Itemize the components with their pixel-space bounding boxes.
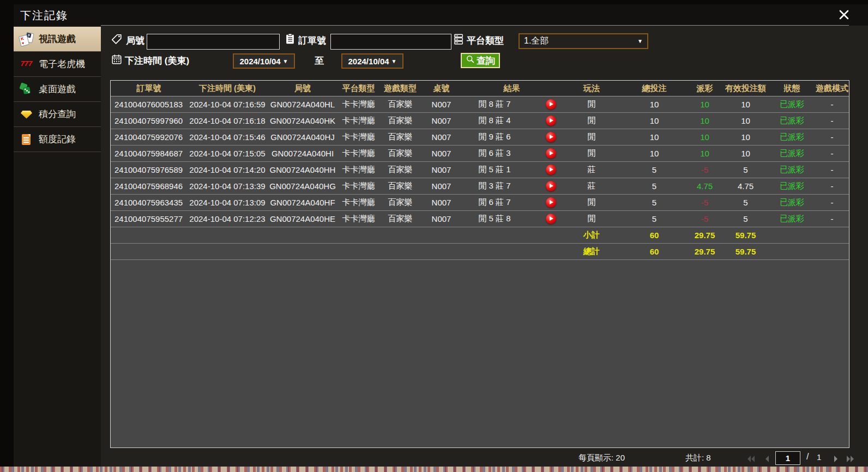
cell-status: 已派彩 xyxy=(769,116,815,126)
cell-table-no: N007 xyxy=(421,181,462,191)
search-icon xyxy=(466,55,475,66)
table-row: 241004075968946 2024-10-04 07:13:39 GN00… xyxy=(111,178,849,195)
date-to-value: 2024/10/04 xyxy=(348,57,389,66)
cell-bet-time: 2024-10-04 07:12:23 xyxy=(187,214,268,223)
close-icon[interactable] xyxy=(838,9,850,21)
bet-time-label: 下注時間 (美東) xyxy=(125,55,189,67)
cell-platform: 卡卡灣廳 xyxy=(337,132,379,142)
cell-result: 閒 6 莊 3 xyxy=(462,148,562,159)
col-header-game-type: 遊戲類型 xyxy=(379,83,421,94)
cell-game-mode: - xyxy=(815,132,849,142)
cell-order-no: 241004075997960 xyxy=(111,116,187,125)
date-to-picker[interactable]: 2024/10/04 ▼ xyxy=(341,53,403,69)
title-bar: 下注記錄 xyxy=(14,4,868,26)
cell-platform: 卡卡灣廳 xyxy=(337,197,379,208)
first-page-icon[interactable] xyxy=(746,455,756,463)
cell-round-no: GN00724A040HK xyxy=(268,116,337,125)
table-row: 241004075984687 2024-10-04 07:15:05 GN00… xyxy=(111,146,849,162)
background-game-strip xyxy=(0,467,868,472)
main-panel: 局號 訂單號 平台類型 1.全部 xyxy=(101,26,868,467)
sidebar-item-label: 積分查詢 xyxy=(39,108,76,120)
cell-table-no: N007 xyxy=(421,100,462,109)
prev-page-icon[interactable] xyxy=(762,455,772,463)
play-video-icon[interactable] xyxy=(546,165,556,175)
cell-play-type: 閒 xyxy=(562,197,622,208)
col-header-play: 玩法 xyxy=(562,83,622,94)
current-page-input[interactable]: 1 xyxy=(775,451,800,465)
col-header-bet-time: 下注時間 (美東) xyxy=(187,83,268,94)
page-separator: / xyxy=(806,452,809,462)
result-text: 閒 8 莊 7 xyxy=(462,99,527,110)
round-no-input[interactable] xyxy=(147,34,280,50)
cell-status: 已派彩 xyxy=(769,181,815,191)
cell-platform: 卡卡灣廳 xyxy=(337,165,379,175)
play-video-icon[interactable] xyxy=(546,214,556,224)
sidebar-item-label: 額度記錄 xyxy=(39,133,76,146)
cell-play-type: 閒 xyxy=(562,116,622,126)
date-from-picker[interactable]: 2024/10/04 ▼ xyxy=(233,53,295,69)
cell-total-bet: 5 xyxy=(622,181,687,191)
chevron-down-icon: ▼ xyxy=(283,58,288,64)
total-pages-label: 1 xyxy=(817,452,821,462)
next-page-icon[interactable] xyxy=(831,455,841,463)
cell-play-type: 閒 xyxy=(562,132,622,142)
play-video-icon[interactable] xyxy=(546,181,556,191)
result-text: 閒 5 莊 1 xyxy=(462,165,527,175)
cell-table-no: N007 xyxy=(421,149,462,158)
cell-result: 閒 5 莊 8 xyxy=(462,214,562,224)
subtotal-payout: 29.75 xyxy=(687,231,722,240)
table-games-icon xyxy=(19,82,34,96)
cell-platform: 卡卡灣廳 xyxy=(337,116,379,126)
clipboard-icon xyxy=(284,33,296,45)
cell-total-bet: 10 xyxy=(622,149,687,158)
play-video-icon[interactable] xyxy=(546,197,556,208)
date-from-value: 2024/10/04 xyxy=(240,57,281,66)
platform-type-dropdown[interactable]: 1.全部 ▼ xyxy=(519,33,648,49)
play-video-icon[interactable] xyxy=(546,132,556,142)
cell-platform: 卡卡灣廳 xyxy=(337,214,379,224)
sidebar-item-live-games[interactable]: 9 K♥ 視訊遊戲 xyxy=(14,27,101,52)
cell-bet-time: 2024-10-04 07:16:59 xyxy=(187,100,268,109)
table-row: 241004075955277 2024-10-04 07:12:23 GN00… xyxy=(111,211,849,227)
platform-type-value: 1.全部 xyxy=(524,35,548,47)
cell-game-mode: - xyxy=(815,198,849,207)
page-size-label: 每頁顯示: 20 xyxy=(578,453,625,463)
col-header-platform: 平台類型 xyxy=(337,83,379,94)
sidebar-item-label: 桌面遊戲 xyxy=(39,83,76,95)
order-no-label: 訂單號 xyxy=(298,34,326,47)
cell-play-type: 閒 xyxy=(562,148,622,159)
last-page-icon[interactable] xyxy=(846,455,855,463)
order-no-input[interactable] xyxy=(330,34,451,50)
cell-round-no: GN00724A040HG xyxy=(268,181,337,191)
play-video-icon[interactable] xyxy=(546,116,556,126)
table-header-row: 訂單號 下注時間 (美東) 局號 平台類型 遊戲類型 桌號 結果 玩法 總投注 … xyxy=(111,81,849,96)
cell-round-no: GN00724A040HF xyxy=(268,198,337,207)
table-row: 241004075997960 2024-10-04 07:16:18 GN00… xyxy=(111,113,849,129)
slot-777-icon: 777 xyxy=(19,57,34,71)
grand-total-valid-bet: 59.75 xyxy=(722,247,769,256)
cell-platform: 卡卡灣廳 xyxy=(337,99,379,110)
cell-platform: 卡卡灣廳 xyxy=(337,148,379,159)
sidebar-item-table-games[interactable]: 桌面遊戲 xyxy=(14,77,101,102)
cell-order-no: 241004076005183 xyxy=(111,100,187,109)
search-button[interactable]: 查詢 xyxy=(461,53,500,68)
cell-result: 閒 9 莊 6 xyxy=(462,132,562,142)
sidebar-item-slots[interactable]: 777 電子老虎機 xyxy=(14,52,101,77)
cell-valid-bet: 5 xyxy=(722,165,769,174)
col-header-payout: 派彩 xyxy=(687,83,722,94)
subtotal-valid-bet: 59.75 xyxy=(722,231,769,240)
sidebar-item-quota-records[interactable]: 額度記錄 xyxy=(14,127,101,152)
cell-order-no: 241004075955277 xyxy=(111,214,187,223)
subtotal-row: 小計 60 29.75 59.75 xyxy=(111,227,849,244)
col-header-status: 狀態 xyxy=(769,83,815,94)
cell-play-type: 閒 xyxy=(562,99,622,110)
play-video-icon[interactable] xyxy=(546,99,556,110)
cell-result: 閒 8 莊 4 xyxy=(462,116,562,126)
round-no-label: 局號 xyxy=(126,34,144,47)
chevron-down-icon: ▼ xyxy=(637,38,643,44)
table-row: 241004076005183 2024-10-04 07:16:59 GN00… xyxy=(111,96,849,113)
bet-records-modal: 下注記錄 9 K♥ 視訊遊戲 777 電子老虎機 桌面遊戲 xyxy=(14,4,868,467)
play-video-icon[interactable] xyxy=(546,148,556,159)
cell-round-no: GN00724A040HL xyxy=(268,100,337,109)
sidebar-item-points[interactable]: 積分查詢 xyxy=(14,102,101,127)
